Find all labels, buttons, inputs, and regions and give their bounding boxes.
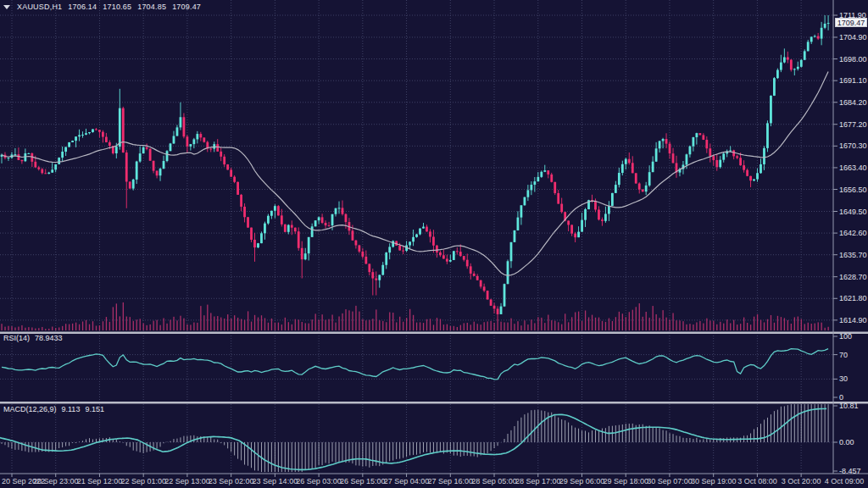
time-tick-label: 29 Sep 06:00: [559, 477, 605, 485]
symbol-timeframe-label: XAUUSD,H1: [17, 3, 62, 11]
time-tick-label: 29 Sep 18:00: [603, 477, 648, 485]
chart-header: XAUUSD,H1 1706.14 1710.65 1704.85 1709.4…: [3, 3, 201, 11]
ohlc-low-value: 1704.85: [137, 3, 166, 11]
macd-tick-label: 0.00: [839, 438, 854, 446]
volume-bars: [1, 302, 828, 330]
price-tick-label: 1704.90: [839, 33, 867, 42]
price-tick-label: 1691.10: [839, 76, 867, 85]
rsi-indicator-label: RSI(14) 78.9433: [3, 334, 63, 342]
rsi-tick-label: 0: [839, 393, 843, 402]
time-axis[interactable]: 20 Sep 202220 Sep 23:0021 Sep 12:0022 Se…: [2, 474, 864, 485]
time-tick-label: 27 Sep 04:00: [384, 477, 430, 485]
rsi-line: [2, 349, 828, 380]
time-tick-label: 20 Sep 23:00: [33, 477, 79, 485]
price-tick-label: 1677.20: [839, 120, 867, 129]
price-axis[interactable]: 1711.901704.901698.001691.101684.201677.…: [833, 11, 867, 324]
ohlc-close-value: 1709.47: [172, 3, 201, 11]
price-tick-label: 1621.80: [839, 294, 867, 302]
macd-tick-label: 10.81: [839, 402, 859, 410]
rsi-tick-label: 30: [839, 374, 848, 383]
symbol-marker-icon[interactable]: [3, 5, 10, 9]
time-tick-label: 4 Oct 09:00: [825, 477, 865, 485]
price-tick-label: 1635.70: [839, 251, 867, 259]
price-tick-label: 1684.20: [839, 98, 867, 107]
time-tick-label: 22 Sep 01:00: [120, 477, 166, 485]
price-tick-label: 1628.70: [839, 273, 867, 281]
price-tick-label: 1670.30: [839, 141, 867, 150]
time-tick-label: 3 Oct 08:00: [737, 477, 777, 485]
macd-axis[interactable]: 10.810.00-8.457: [833, 402, 861, 475]
price-tick-label: 1642.60: [839, 229, 867, 237]
rsi-tick-label: 70: [839, 351, 848, 359]
current-price-value: 1709.47: [837, 19, 865, 27]
price-tick-label: 1649.50: [839, 208, 867, 216]
time-tick-label: 23 Sep 02:00: [209, 477, 254, 485]
rsi-axis[interactable]: 10070300: [833, 332, 852, 402]
time-tick-label: 3 Oct 20:00: [782, 477, 821, 485]
macd-name: MACD(12,26,9): [3, 405, 57, 413]
time-tick-label: 26 Sep 03:00: [296, 477, 342, 485]
time-tick-label: 30 Sep 19:00: [691, 477, 737, 485]
time-tick-label: 26 Sep 15:00: [340, 477, 386, 485]
price-tick-label: 1614.90: [839, 316, 867, 324]
time-tick-label: 22 Sep 13:00: [164, 477, 210, 485]
macd-signal-value: 9.151: [85, 405, 104, 413]
macd-indicator-label: MACD(12,26,9) 9.113 9.151: [3, 405, 104, 413]
price-tick-label: 1656.50: [839, 186, 867, 194]
macd-signal-line: [0, 408, 826, 469]
rsi-value: 78.9433: [35, 334, 63, 342]
current-price-badge: 1709.47: [835, 18, 867, 27]
price-tick-label: 1698.00: [839, 55, 867, 64]
time-tick-label: 28 Sep 17:00: [515, 477, 561, 485]
ohlc-open-value: 1706.14: [68, 3, 97, 11]
price-chart-canvas[interactable]: 1711.901704.901698.001691.101684.201677.…: [0, 0, 868, 488]
time-tick-label: 30 Sep 07:00: [647, 477, 693, 485]
time-tick-label: 28 Sep 05:00: [471, 477, 517, 485]
rsi-name: RSI(14): [3, 334, 30, 342]
macd-main-value: 9.113: [62, 405, 81, 413]
rsi-tick-label: 100: [839, 332, 852, 341]
time-tick-label: 21 Sep 12:00: [77, 477, 123, 485]
trading-chart-window: 1711.901704.901698.001691.101684.201677.…: [0, 0, 868, 488]
macd-tick-label: -8.457: [839, 467, 861, 475]
time-tick-label: 27 Sep 16:00: [428, 477, 474, 485]
time-tick-label: 23 Sep 14:00: [253, 477, 298, 485]
ohlc-high-value: 1710.65: [103, 3, 131, 11]
price-tick-label: 1663.40: [839, 164, 867, 172]
